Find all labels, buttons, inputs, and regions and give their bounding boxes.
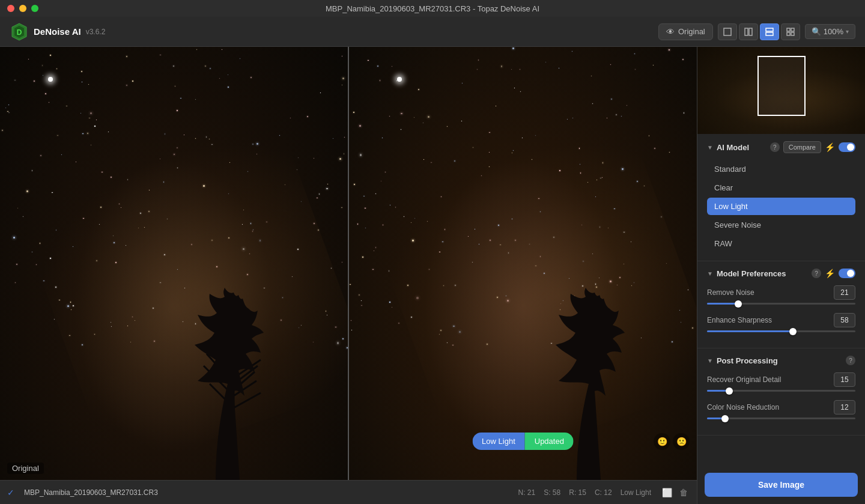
svg-rect-11 (791, 32, 794, 35)
svg-rect-3 (724, 28, 731, 35)
reaction-group: 🙂 🙁 (654, 433, 690, 450)
svg-rect-7 (766, 32, 773, 35)
view-group (718, 23, 800, 40)
svg-rect-6 (766, 28, 773, 31)
recover-detail-label-row: Recover Original Detail 15 (707, 372, 855, 387)
right-panel: ▼ AI Model ? Compare ⚡ Standard Clear Lo… (697, 47, 865, 504)
zoom-control[interactable]: 🔍 100% ▾ (805, 24, 855, 39)
single-view-icon (723, 28, 732, 36)
status-preview-icon[interactable]: ⬜ (661, 487, 673, 499)
remove-noise-label: Remove Noise (707, 288, 754, 297)
ai-model-header: ▼ AI Model ? Compare ⚡ (707, 141, 855, 153)
auto-toggle-switch[interactable] (839, 142, 855, 152)
model-option-clear[interactable]: Clear (707, 179, 855, 196)
model-option-severe-noise[interactable]: Severe Noise (707, 216, 855, 234)
thumbnail-frame[interactable] (757, 56, 806, 116)
recover-detail-track[interactable] (707, 390, 855, 392)
processing-badge: Low Light Updated (472, 433, 574, 450)
app-logo: D (10, 22, 29, 41)
color-noise-track[interactable] (707, 417, 855, 419)
svg-rect-8 (787, 28, 790, 31)
view-split-v-button[interactable] (760, 23, 779, 40)
ai-model-chevron-icon[interactable]: ▼ (707, 144, 713, 151)
recover-detail-label: Recover Original Detail (707, 375, 781, 384)
tree-silhouette-right (529, 288, 661, 480)
ai-model-help-icon[interactable]: ? (770, 142, 780, 152)
view-split-h-button[interactable] (739, 23, 758, 40)
model-option-raw[interactable]: RAW (707, 235, 855, 252)
grid-view-icon (786, 28, 795, 36)
recover-detail-thumb (726, 387, 733, 395)
enhance-sharpness-value[interactable]: 58 (834, 313, 855, 327)
recover-detail-row: Recover Original Detail 15 (707, 372, 855, 392)
processed-image (349, 47, 697, 480)
model-prefs-lightning-icon: ⚡ (825, 269, 835, 278)
svg-rect-10 (787, 32, 790, 35)
sad-reaction-button[interactable]: 🙁 (673, 433, 690, 450)
post-processing-header: ▼ Post Processing ? (707, 356, 855, 365)
remove-noise-track[interactable] (707, 303, 855, 305)
save-image-button[interactable]: Save Image (705, 473, 858, 497)
color-noise-label: Color Noise Reduction (707, 403, 779, 411)
compare-button[interactable]: Compare (783, 141, 821, 153)
enhance-sharpness-row: Enhance Sharpness 58 (707, 313, 855, 332)
enhance-sharpness-fill (707, 330, 793, 332)
color-noise-row: Color Noise Reduction 12 (707, 400, 855, 419)
enhance-sharpness-thumb (789, 328, 797, 335)
app-version: v3.6.2 (86, 28, 106, 36)
status-filename: MBP_Namibia_20190603_MR27031.CR3 (24, 488, 158, 497)
s-label: S: 58 (544, 488, 560, 497)
badge-model-label: Low Light (472, 433, 525, 450)
remove-noise-thumb (735, 300, 742, 308)
post-processing-help-icon[interactable]: ? (846, 356, 855, 365)
model-options: Standard Clear Low Light Severe Noise RA… (707, 160, 855, 252)
color-noise-label-row: Color Noise Reduction 12 (707, 400, 855, 414)
model-prefs-toggle-switch[interactable] (839, 269, 855, 278)
tree-silhouette-left (168, 288, 300, 480)
thumbnail-area (697, 47, 865, 134)
model-prefs-chevron-icon[interactable]: ▼ (707, 270, 713, 277)
ai-model-section: ▼ AI Model ? Compare ⚡ Standard Clear Lo… (697, 134, 865, 261)
status-delete-icon[interactable]: 🗑 (678, 487, 690, 499)
enhance-sharpness-track[interactable] (707, 330, 855, 332)
processed-panel: Low Light Updated 🙂 🙁 (349, 47, 697, 480)
model-prefs-help-icon[interactable]: ? (812, 269, 821, 278)
bright-star-right (397, 77, 402, 82)
split-v-view-icon (765, 28, 774, 36)
post-processing-chevron-icon[interactable]: ▼ (707, 357, 713, 364)
badge-status-label: Updated (525, 433, 574, 450)
split-view: Original Low Light Updated 🙂 🙁 (0, 47, 697, 480)
remove-noise-value[interactable]: 21 (834, 285, 855, 300)
model-option-low-light[interactable]: Low Light (707, 198, 855, 215)
svg-rect-4 (745, 28, 748, 35)
happy-reaction-button[interactable]: 🙂 (654, 433, 670, 450)
minimize-button[interactable] (19, 5, 26, 12)
split-h-view-icon (744, 28, 753, 36)
window-title: MBP_Namibia_20190603_MR27031.CR3 - Topaz… (326, 4, 539, 13)
split-divider[interactable] (348, 47, 349, 480)
svg-text:D: D (17, 28, 22, 37)
svg-rect-9 (791, 28, 794, 31)
main-toolbar: D DeNoise AI v3.6.2 👁 Original (0, 17, 865, 47)
color-noise-value[interactable]: 12 (834, 400, 855, 414)
view-single-button[interactable] (718, 23, 737, 40)
original-panel: Original (0, 47, 348, 480)
recover-detail-value[interactable]: 15 (834, 372, 855, 387)
close-button[interactable] (7, 5, 14, 12)
color-noise-thumb (721, 415, 729, 422)
logo-area: D DeNoise AI v3.6.2 (10, 22, 658, 41)
lightning-icon: ⚡ (825, 142, 835, 152)
zoom-value: 100% (824, 27, 843, 36)
view-grid-button[interactable] (781, 23, 800, 40)
model-preferences-header: ▼ Model Preferences ? ⚡ (707, 269, 855, 278)
post-processing-section: ▼ Post Processing ? Recover Original Det… (697, 348, 865, 436)
bright-star-left (48, 77, 53, 82)
original-button[interactable]: 👁 Original (658, 23, 713, 40)
remove-noise-label-row: Remove Noise 21 (707, 285, 855, 300)
enhance-sharpness-label-row: Enhance Sharpness 58 (707, 313, 855, 327)
post-processing-title: Post Processing (717, 356, 842, 365)
title-bar: MBP_Namibia_20190603_MR27031.CR3 - Topaz… (0, 0, 865, 17)
model-option-standard[interactable]: Standard (707, 160, 855, 178)
original-panel-label: Original (7, 463, 44, 474)
fullscreen-button[interactable] (31, 5, 38, 12)
